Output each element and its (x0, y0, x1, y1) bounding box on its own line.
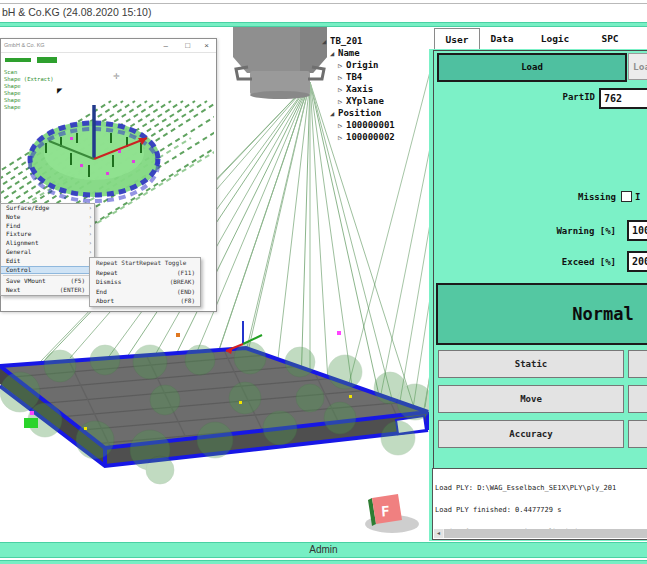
menu-item[interactable]: Fixture› (1, 230, 94, 239)
menu-item[interactable]: Next(ENTER) (1, 286, 94, 295)
collapsed-triangle-icon[interactable]: ▷ (338, 97, 346, 108)
collapsed-triangle-icon[interactable]: ▷ (338, 133, 346, 144)
close-icon[interactable]: × (204, 41, 209, 50)
submenu-arrow-icon: › (88, 239, 92, 248)
log-output[interactable]: Load PLY: D:\WAG_Esselbach_SE1X\PLY\ply_… (432, 468, 647, 540)
measurement-window-title: GmbH & Co. KG (4, 42, 45, 48)
tree-node-group[interactable]: ◢Name (322, 48, 395, 60)
exceed-field[interactable]: 200 (627, 251, 647, 272)
accuracy-button[interactable]: Accuracy (438, 420, 624, 448)
collapsed-triangle-icon[interactable]: ▷ (338, 61, 346, 72)
view-cube-face-label: F (381, 503, 391, 520)
tab-spc[interactable]: SPC (592, 28, 628, 49)
measurement-window-titlebar[interactable]: GmbH & Co. KG – □ × (1, 39, 216, 53)
submenu-arrow-icon: › (88, 204, 92, 213)
tree-node-leaf[interactable]: ▷Origin (322, 60, 395, 72)
scanner-sensor (233, 27, 327, 99)
tab-user[interactable]: User (434, 28, 480, 50)
menu-item[interactable]: Note› (1, 213, 94, 222)
log-line: Load PLY finished: 0.4477729 s (435, 507, 620, 514)
bottom-edge-bar (0, 560, 647, 564)
tab-data[interactable]: Data (482, 28, 522, 49)
warning-label: Warning [%] (493, 226, 616, 236)
menu-item[interactable]: Save VMount(F5) (1, 277, 94, 286)
menu-item[interactable]: General› (1, 248, 94, 257)
collapsed-triangle-icon[interactable]: ▷ (338, 121, 346, 132)
panel-body: Load Load PartID 762 Missing I Warning [… (429, 49, 647, 541)
exceed-label: Exceed [%] (493, 257, 616, 267)
probe-marker-icon: ✛ (113, 72, 120, 81)
submenu-item[interactable]: Dismiss(BREAK) (90, 277, 200, 287)
submenu-item[interactable]: End(END) (90, 287, 200, 297)
accuracy-secondary-button[interactable] (628, 420, 647, 448)
tree-node-root[interactable]: ◢TB_201 (322, 36, 395, 48)
warning-field[interactable]: 100 (627, 220, 647, 241)
log-line: Load PLY: D:\WAG_Esselbach_SE1X\PLY\ply_… (435, 485, 620, 492)
move-secondary-button[interactable] (628, 385, 647, 413)
missing-label: Missing (513, 192, 616, 202)
expanded-triangle-icon[interactable]: ◢ (330, 49, 338, 60)
scrollbar-thumb[interactable] (444, 529, 647, 538)
menu-item[interactable]: Find› (1, 222, 94, 231)
move-button[interactable]: Move (438, 385, 624, 413)
part-id-field[interactable]: 762 (599, 88, 647, 109)
context-submenu: Repeat StartRepeat Toggle Repeat(F11) Di… (89, 257, 201, 307)
tree-node-leaf[interactable]: ▷TB4 (322, 72, 395, 84)
submenu-item[interactable]: Abort(F8) (90, 296, 200, 306)
part-id-label: PartID (533, 92, 595, 102)
menu-separator (3, 275, 92, 276)
collapsed-triangle-icon[interactable]: ▷ (338, 85, 346, 96)
static-secondary-button[interactable] (628, 350, 647, 378)
submenu-arrow-icon: › (88, 230, 92, 239)
menu-item[interactable]: Edit› (1, 257, 94, 266)
collapsed-triangle-icon[interactable]: ▷ (338, 73, 346, 84)
submenu-item[interactable]: Repeat(F11) (90, 268, 200, 278)
load-button[interactable]: Load (437, 53, 627, 82)
status-bar: Admin (0, 542, 647, 558)
tree-node-group[interactable]: ◢Position (322, 108, 395, 120)
menu-item[interactable]: Surface/Edge› (1, 204, 94, 213)
control-panel: User Data Logic SPC Load Load PartID 762… (429, 27, 647, 542)
submenu-arrow-icon: › (88, 213, 92, 222)
tab-logic[interactable]: Logic (533, 28, 577, 49)
window-top-edge (0, 3, 647, 4)
feature-tree[interactable]: ◢TB_201 ◢Name ▷Origin ▷TB4 ▷Xaxis ▷XYpla… (322, 36, 395, 144)
missing-checkbox[interactable] (621, 191, 632, 202)
tree-node-leaf[interactable]: ▷100000001 (322, 120, 395, 132)
menu-item-control-highlighted[interactable]: Control› (1, 266, 94, 275)
static-button[interactable]: Static (438, 350, 624, 378)
3d-viewport[interactable]: F GmbH & Co. KG – □ × Scan Shape (Extrac… (0, 27, 429, 542)
maximize-icon[interactable]: □ (185, 41, 190, 50)
submenu-arrow-icon: › (88, 248, 92, 257)
mouse-cursor-icon: ◤ (57, 87, 62, 95)
tree-node-leaf[interactable]: ▷Xaxis (322, 84, 395, 96)
tree-node-leaf[interactable]: ▷XYplane (322, 96, 395, 108)
horizontal-scrollbar[interactable]: ◂ (434, 529, 647, 538)
expanded-triangle-icon[interactable]: ◢ (322, 37, 330, 48)
view-cube[interactable]: F (365, 494, 419, 533)
load-secondary-button[interactable]: Load (628, 53, 647, 80)
scroll-left-arrow-icon[interactable]: ◂ (434, 529, 443, 538)
window-title: bH & Co.KG (24.08.2020 15:10) (2, 6, 151, 18)
submenu-header: Repeat StartRepeat Toggle (90, 258, 200, 268)
submenu-arrow-icon: › (88, 222, 92, 231)
minimize-icon[interactable]: – (164, 41, 168, 50)
logged-in-user: Admin (309, 544, 337, 555)
menu-item[interactable]: Alignment› (1, 239, 94, 248)
application-window: bH & Co.KG (24.08.2020 15:10) (0, 0, 647, 564)
mode-status-button[interactable]: Normal (436, 283, 647, 345)
context-menu: Surface/Edge› Note› Find› Fixture› Align… (0, 203, 95, 296)
tree-node-leaf[interactable]: ▷100000002 (322, 132, 395, 144)
expanded-triangle-icon[interactable]: ◢ (330, 109, 338, 120)
missing-option-label: I (635, 192, 640, 202)
